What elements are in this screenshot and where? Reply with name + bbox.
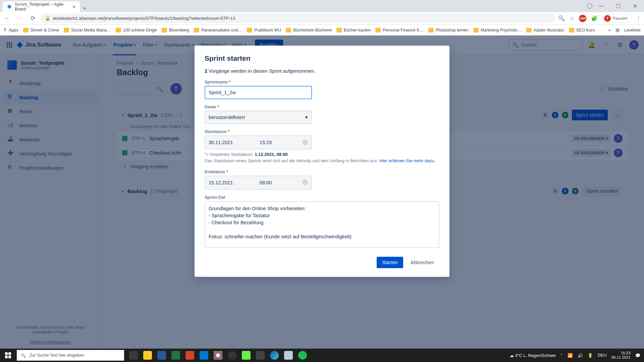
chevron-down-icon: ▾ [305,115,308,120]
folder-icon [473,28,479,33]
bookmarks-overflow-icon[interactable]: » [608,28,611,33]
start-sprint-dialog: Sprint starten 2 Vorgänge werden in dies… [195,46,449,277]
jira-app: Jira Software Ihre Aufgaben▾Projekte▾Fil… [0,36,644,349]
ime-label[interactable]: DEU [598,353,606,358]
bookmark-item[interactable]: Panoramabahn und… [194,28,242,33]
extensions-icon[interactable]: 🧩 [591,15,598,21]
volume-icon[interactable]: 🔊 [578,353,583,358]
window-minimize-button[interactable]: ― [594,1,609,11]
profile-paused-pill[interactable]: T Pausiert [602,14,631,23]
reading-list-icon[interactable]: ▤ [615,27,620,33]
windows-taskbar: 🔍 Zur Suche Text hier eingeben ☁ 4°C L. … [0,349,644,362]
dialog-subtitle: 2 Vorgänge werden in diesen Sprint aufge… [205,68,439,74]
bookmark-item[interactable]: Bücherliste Bücherei [286,28,332,33]
action-center-icon[interactable]: 💬 [635,353,641,358]
mail-icon[interactable] [197,349,211,362]
window-maximize-button[interactable]: ☐ [610,1,626,11]
zoom-icon[interactable]: 🔍 [558,15,565,21]
sprintname-label: Sprintname [205,80,228,84]
taskbar-search-input[interactable]: 🔍 Zur Suche Text hier eingeben [17,350,124,361]
duration-select[interactable]: benutzerdefiniert ▾ [205,111,312,124]
bookmark-item[interactable]: Social Media Mana… [64,28,111,33]
edge-icon[interactable] [268,349,281,362]
bookmark-item[interactable]: Bücher kaufen [336,28,371,33]
duration-label: Dauer [205,105,216,109]
bookmark-item[interactable]: SEO Kurs [569,28,595,33]
folder-icon [569,28,574,33]
svg-rect-2 [5,356,8,358]
powerpoint-icon[interactable] [183,349,197,362]
velocity-learn-more-link[interactable]: Hier erfahren Sie mehr dazu. [379,158,435,163]
folder-icon [336,28,342,33]
startdate-input[interactable]: 30.11.2021 15:23 ⓧ [205,135,312,149]
folder-icon [194,28,199,33]
profile-indicator-icon[interactable] [587,3,592,9]
clear-enddate-icon[interactable]: ⓧ [303,179,308,186]
enddate-label: Enddatum [205,170,225,174]
bookmark-item[interactable]: Personal Finance K… [375,28,424,33]
back-button[interactable]: ← [3,15,12,22]
weather-widget[interactable]: ☁ 4°C L. Regen/Schnee [509,353,556,358]
obs-icon[interactable] [225,349,239,362]
browser-tab-strip: Scrum_Testprojekt – Agile-Board ✕ + ― ☐ … [0,0,644,12]
bookmark-item[interactable]: Praktikum WU [247,28,281,33]
word-icon[interactable] [155,349,168,362]
browser-tab[interactable]: Scrum_Testprojekt – Agile-Board ✕ [3,1,80,12]
jira-favicon-icon [7,4,12,9]
bookmark-item[interactable]: Photoshop lernen [428,28,469,33]
browser-toolbar: ← → ⟳ 🔒 testdeutsch1.atlassian.net/jira/… [0,12,644,25]
folder-icon [247,28,252,33]
dialog-cancel-button[interactable]: Abbrechen [405,257,439,268]
profile-avatar-icon: T [604,15,611,22]
new-tab-button[interactable]: + [80,5,89,12]
lock-icon: 🔒 [45,16,50,21]
window-close-button[interactable]: ✕ [627,1,643,11]
forward-button[interactable]: → [15,15,25,22]
start-button[interactable] [0,352,16,358]
excel-icon[interactable] [169,349,182,362]
reload-button[interactable]: ⟳ [28,15,38,22]
sprintname-input[interactable] [205,86,312,99]
notepad-icon[interactable] [282,349,295,362]
bookmark-star-icon[interactable]: ☆ [570,15,574,21]
close-tab-icon[interactable]: ✕ [72,4,76,9]
adblock-extension-icon[interactable]: ABP [579,15,586,22]
explorer-icon[interactable] [141,349,154,362]
battery-icon[interactable]: 🔋 [588,353,593,358]
folder-icon [428,28,434,33]
bookmark-item[interactable]: Adobe Illustrator [526,28,564,33]
app-icon[interactable] [239,349,253,362]
sprintgoal-label: Sprint-Ziel [205,195,439,200]
reading-list-label[interactable]: Leseliste [624,28,641,33]
tray-chevron-icon[interactable]: ˄ [560,353,563,358]
search-icon: 🔍 [21,353,26,358]
svg-rect-1 [8,352,11,355]
svg-rect-0 [5,352,8,355]
dialog-title: Sprint starten [205,54,439,62]
bookmark-item[interactable]: Dinner & Crime [23,28,59,33]
app-icon[interactable] [254,349,267,362]
startdate-label: Startdatum [205,129,227,134]
spotify-icon[interactable] [296,349,309,362]
address-bar[interactable]: 🔒 testdeutsch1.atlassian.net/jira/softwa… [41,14,555,23]
folder-icon [375,28,381,33]
bookmark-item[interactable]: 100 schöne Dinge [116,28,157,33]
bookmark-item[interactable]: Bloomberg [162,28,189,33]
chrome-menu-icon[interactable]: ⋮ [636,15,641,21]
folder-icon [162,28,167,33]
folder-icon [116,28,121,33]
taskbar-clock[interactable]: 15:23 30.11.2021 [611,351,631,360]
folder-icon [23,28,29,33]
bookmarks-bar: ⠿Apps Dinner & CrimeSocial Media Mana…10… [0,25,644,36]
folder-icon [286,28,291,33]
svg-rect-3 [8,356,11,358]
sprintgoal-textarea[interactable] [205,201,439,248]
chrome-icon[interactable] [211,349,225,362]
task-view-icon[interactable] [127,349,140,362]
clear-startdate-icon[interactable]: ⓧ [303,139,308,146]
dialog-start-button[interactable]: Starten [377,257,403,268]
apps-shortcut[interactable]: ⠿Apps [3,27,18,33]
bookmark-item[interactable]: Marketing Psycholo… [473,28,522,33]
enddate-input[interactable]: 15.12.2021 08:00 ⓧ [205,176,312,190]
network-icon[interactable]: 📶 [568,353,573,358]
